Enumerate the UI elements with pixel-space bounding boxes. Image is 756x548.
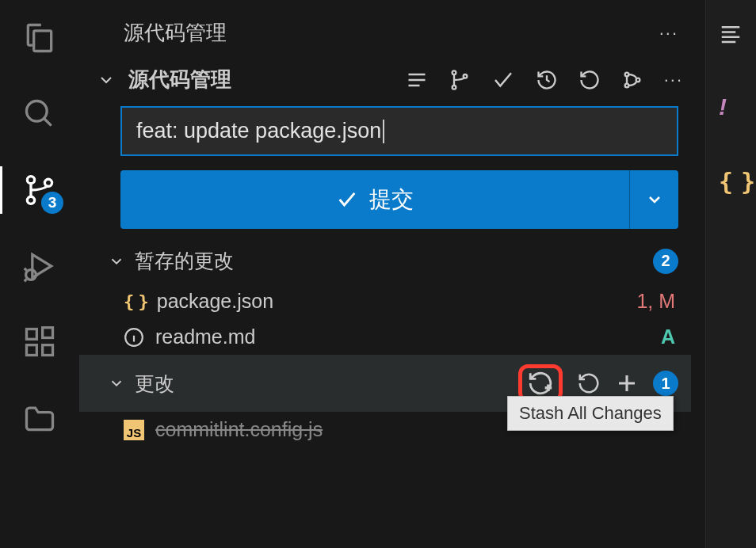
svg-point-3 — [44, 179, 52, 186]
panel-more-icon[interactable]: ··· — [659, 23, 678, 44]
svg-point-13 — [624, 83, 628, 87]
file-row[interactable]: readme.md A — [79, 319, 691, 355]
file-name: package.json — [157, 290, 626, 313]
commit-button-label: 提交 — [369, 185, 414, 215]
file-name: readme.md — [155, 325, 650, 348]
svg-rect-7 — [43, 345, 53, 356]
file-row[interactable]: { } package.json 1, M — [79, 284, 691, 319]
panel-title-row: 源代码管理 ··· — [79, 0, 691, 59]
json-file-icon: { } — [124, 291, 146, 311]
discard-all-icon[interactable] — [577, 371, 601, 395]
svg-point-9 — [452, 70, 456, 74]
svg-rect-8 — [43, 328, 53, 338]
editor-gutter: ! { } — [705, 0, 756, 548]
repo-more-icon[interactable]: ··· — [664, 70, 683, 90]
svg-point-10 — [452, 86, 456, 89]
editor-menu-icon[interactable] — [719, 22, 756, 46]
tooltip: Stash All Changes — [507, 396, 674, 431]
chevron-down-icon — [108, 375, 125, 392]
file-status: A — [661, 325, 675, 348]
repo-header: 源代码管理 ··· — [79, 59, 691, 103]
braces-icon: { } — [719, 168, 756, 196]
graph-icon[interactable] — [621, 69, 643, 91]
panel-title: 源代码管理 — [124, 19, 227, 47]
folder-icon[interactable] — [17, 396, 62, 440]
refresh-icon[interactable] — [578, 69, 601, 91]
changes-count-badge: 1 — [653, 371, 678, 396]
svg-point-12 — [624, 72, 628, 76]
svg-rect-6 — [27, 345, 37, 356]
svg-point-1 — [27, 177, 34, 184]
chevron-down-icon[interactable] — [97, 70, 119, 89]
staged-count-badge: 2 — [653, 249, 678, 274]
important-marker-icon: ! — [719, 93, 756, 120]
commit-button-dropdown[interactable] — [629, 170, 678, 229]
view-mode-icon[interactable] — [406, 69, 428, 91]
svg-point-14 — [636, 78, 640, 82]
commit-message-input[interactable]: feat: update package.json — [120, 106, 678, 156]
source-control-icon[interactable]: 3 — [17, 168, 62, 212]
changes-section-title: 更改 — [135, 371, 509, 397]
svg-point-2 — [27, 196, 34, 204]
svg-point-0 — [27, 101, 48, 122]
file-status: 1, M — [636, 290, 675, 313]
stage-all-icon[interactable] — [615, 371, 639, 395]
staged-section-title: 暂存的更改 — [135, 248, 643, 274]
commit-message-text: feat: update package.json — [136, 119, 381, 143]
scm-badge: 3 — [41, 192, 63, 214]
info-file-icon — [124, 327, 144, 348]
changes-section-header[interactable]: 更改 1 Stash All Changes — [79, 355, 691, 412]
text-cursor — [383, 120, 384, 143]
activity-bar: 3 — [0, 0, 79, 548]
extensions-icon[interactable] — [17, 320, 62, 364]
check-icon[interactable] — [491, 68, 515, 92]
search-icon[interactable] — [17, 92, 62, 136]
debug-icon[interactable] — [17, 244, 62, 288]
repo-title: 源代码管理 — [128, 66, 396, 93]
staged-section-header[interactable]: 暂存的更改 2 — [79, 238, 691, 284]
repo-actions: ··· — [406, 68, 688, 92]
history-icon[interactable] — [536, 69, 558, 91]
commit-button-main[interactable]: 提交 — [120, 170, 629, 229]
js-file-icon: JS — [124, 420, 144, 440]
scm-panel: 源代码管理 ··· 源代码管理 ··· feat: update package… — [79, 0, 705, 548]
chevron-down-icon — [108, 253, 125, 270]
svg-point-4 — [26, 270, 36, 280]
explorer-icon[interactable] — [17, 16, 62, 60]
svg-rect-5 — [27, 329, 37, 340]
branch-action-icon[interactable] — [449, 69, 471, 91]
commit-button[interactable]: 提交 — [120, 170, 678, 229]
